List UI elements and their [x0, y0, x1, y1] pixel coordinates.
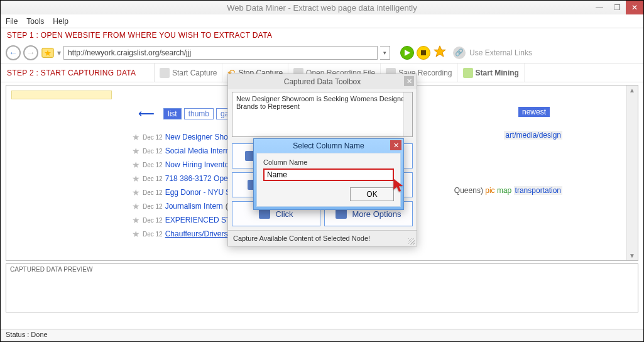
click-icon [259, 209, 270, 219]
star-icon[interactable]: ★ [132, 201, 140, 211]
menu-file[interactable]: File [6, 17, 18, 26]
toolbox-text-scrollbar[interactable] [403, 92, 412, 136]
step1-label: STEP 1 : OPEN WEBSITE FROM WHERE YOU WIS… [1, 28, 643, 42]
status-bar: Status : Done [1, 329, 643, 341]
url-input[interactable] [63, 46, 378, 60]
star-icon[interactable]: ★ [132, 160, 140, 170]
ok-button[interactable]: OK [350, 187, 394, 201]
vertical-scrollbar[interactable] [626, 86, 638, 260]
stop-button[interactable] [417, 46, 430, 60]
address-bar: ← → ▾ ▾ 🔗 Use External Links [1, 42, 643, 63]
window-title: Web Data Miner - Extract web page data i… [227, 3, 417, 13]
go-button[interactable] [400, 46, 414, 60]
bookmark-button[interactable] [433, 45, 447, 60]
resize-grip[interactable] [408, 238, 415, 245]
preview-label: CAPTURED DATA PREVIEW [6, 264, 638, 275]
capture-icon [160, 68, 170, 78]
toolbox-title: Captured Data Toolbox ✕ [228, 74, 417, 89]
view-thumb[interactable]: thumb [184, 108, 214, 119]
page-back-arrow[interactable]: ⟵ [138, 107, 155, 121]
dialog-close-button[interactable]: ✕ [390, 140, 401, 150]
menubar: File Tools Help [1, 14, 643, 28]
mining-icon [463, 68, 473, 78]
cursor-pointer-icon [391, 177, 408, 194]
toolbox-footer: Capture Available Content of Selected No… [228, 230, 417, 246]
view-list[interactable]: list [163, 108, 182, 119]
start-capture-button[interactable]: Start Capture [155, 63, 222, 82]
menu-help[interactable]: Help [53, 17, 68, 26]
back-button[interactable]: ← [6, 45, 21, 60]
url-dropdown[interactable]: ▾ [380, 46, 390, 60]
forward-button[interactable]: → [23, 45, 38, 60]
star-icon[interactable]: ★ [132, 215, 140, 225]
menu-tools[interactable]: Tools [26, 17, 44, 26]
toolbox-node-text[interactable]: New Designer Showroom is Seeking Womens … [232, 92, 413, 137]
dialog-title: Select Column Name ✕ [254, 139, 403, 153]
link-icon: 🔗 [453, 47, 466, 59]
toolbox-close-button[interactable]: ✕ [404, 76, 414, 86]
captured-data-preview: CAPTURED DATA PREVIEW [6, 263, 638, 312]
svg-marker-2 [405, 50, 410, 56]
select-column-name-dialog: Select Column Name ✕ Column Name OK [253, 138, 404, 210]
star-icon[interactable]: ★ [132, 174, 140, 184]
use-external-links[interactable]: 🔗 Use External Links [453, 47, 532, 59]
sort-newest[interactable]: newest [518, 107, 550, 117]
start-mining-button[interactable]: Start Mining [458, 63, 525, 82]
column-name-label: Column Name [263, 158, 394, 166]
star-icon[interactable]: ★ [132, 132, 140, 142]
star-icon[interactable]: ★ [132, 146, 140, 156]
favorites-button[interactable] [41, 46, 55, 60]
svg-rect-3 [421, 50, 426, 55]
svg-marker-4 [434, 46, 445, 57]
column-name-input[interactable] [263, 168, 394, 181]
more-options-icon [336, 209, 347, 219]
search-highlight [11, 91, 112, 99]
close-button[interactable]: ✕ [626, 1, 643, 14]
star-icon[interactable]: ★ [132, 187, 140, 197]
minimize-button[interactable]: — [591, 1, 608, 14]
step2-label: STEP 2 : START CAPTURING DATA [1, 63, 155, 82]
titlebar: Web Data Miner - Extract web page data i… [1, 1, 643, 14]
star-icon[interactable]: ★ [132, 229, 140, 239]
maximize-button[interactable]: ❐ [608, 1, 626, 14]
